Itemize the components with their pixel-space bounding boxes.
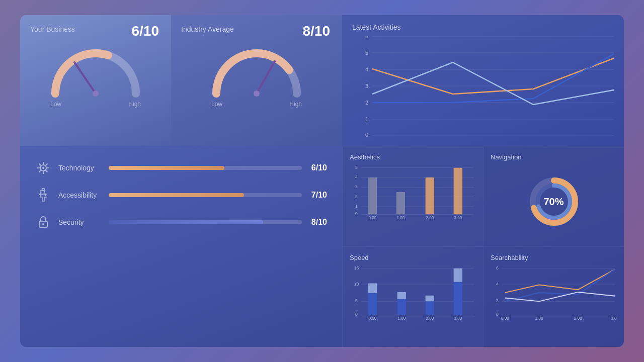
searchability-card: Searchability 6 4 2 0 0.00 1.00 2.00 3. xyxy=(483,246,624,347)
your-business-gauge: Low High xyxy=(30,38,161,108)
bottom-section: Aesthetics 5 4 3 2 1 0 xyxy=(342,146,624,347)
svg-text:3.00: 3.00 xyxy=(611,316,617,320)
svg-text:3: 3 xyxy=(355,184,358,189)
svg-rect-70 xyxy=(397,299,406,315)
svg-point-1 xyxy=(93,90,99,97)
svg-text:4: 4 xyxy=(365,66,368,72)
svg-point-3 xyxy=(254,90,260,97)
svg-rect-73 xyxy=(426,296,434,302)
svg-text:5: 5 xyxy=(365,50,368,56)
technology-label: Technology xyxy=(58,164,109,172)
dashboard: Your Business 6/10 Low High Industry Ave… xyxy=(20,15,624,347)
svg-text:2.00: 2.00 xyxy=(426,216,434,219)
accessibility-label: Accessibility xyxy=(58,191,109,199)
latest-activities-title: Latest Activities xyxy=(352,23,614,31)
svg-text:0.00: 0.00 xyxy=(501,316,509,320)
svg-rect-68 xyxy=(368,293,377,315)
security-bar-container xyxy=(109,220,302,224)
svg-text:1.00: 1.00 xyxy=(396,216,405,219)
svg-line-2 xyxy=(257,61,275,94)
svg-text:0.00: 0.00 xyxy=(368,316,376,320)
technology-score: 6/10 xyxy=(308,163,327,172)
svg-rect-51 xyxy=(454,168,462,215)
accessibility-icon xyxy=(35,187,51,203)
searchability-title: Searchability xyxy=(491,254,617,261)
svg-rect-74 xyxy=(454,282,462,315)
your-business-gauge-labels: Low High xyxy=(50,101,141,108)
svg-text:3: 3 xyxy=(365,83,368,89)
svg-rect-49 xyxy=(396,192,405,214)
activities-chart-svg: 6 5 4 3 2 1 0 2017-01-01 2017-01-11 2017… xyxy=(352,36,614,137)
svg-text:0: 0 xyxy=(496,312,499,317)
gauge-svg-industry xyxy=(206,38,307,99)
metric-row-technology: Technology 6/10 xyxy=(35,160,327,176)
svg-rect-48 xyxy=(368,177,377,214)
accessibility-bar xyxy=(109,193,244,197)
svg-text:4: 4 xyxy=(496,282,499,287)
svg-rect-71 xyxy=(397,292,406,299)
svg-point-35 xyxy=(42,223,44,225)
svg-text:15: 15 xyxy=(354,265,359,270)
gauge-high-label: High xyxy=(128,101,141,108)
metric-row-accessibility: Accessibility 7/10 xyxy=(35,187,327,203)
industry-avg-score: 8/10 xyxy=(303,23,331,39)
aesthetics-card: Aesthetics 5 4 3 2 1 0 xyxy=(342,146,483,246)
industry-avg-card: Industry Average 8/10 Low High xyxy=(171,15,342,146)
navigation-title: Navigation xyxy=(491,153,521,161)
svg-line-30 xyxy=(45,164,47,166)
svg-text:6: 6 xyxy=(365,36,368,39)
svg-text:4: 4 xyxy=(355,174,358,179)
svg-text:5: 5 xyxy=(355,165,358,170)
gauge-low-label: Low xyxy=(50,101,61,108)
svg-text:6: 6 xyxy=(496,265,499,270)
svg-point-23 xyxy=(42,167,44,169)
industry-avg-gauge-labels: Low High xyxy=(211,101,302,108)
technology-icon xyxy=(35,160,51,176)
svg-text:3.00: 3.00 xyxy=(454,216,462,219)
searchability-chart: 6 4 2 0 0.00 1.00 2.00 3.00 xyxy=(491,264,617,320)
svg-line-28 xyxy=(39,164,41,166)
svg-text:0.00: 0.00 xyxy=(368,216,376,219)
svg-point-32 xyxy=(42,189,45,191)
aesthetics-title: Aesthetics xyxy=(350,153,476,161)
svg-text:1.00: 1.00 xyxy=(397,316,406,320)
industry-avg-gauge: Low High xyxy=(181,38,332,108)
speed-title: Speed xyxy=(350,254,476,261)
speed-card: Speed 15 10 5 0 xyxy=(342,246,483,347)
svg-rect-69 xyxy=(368,284,377,293)
svg-text:0: 0 xyxy=(355,312,358,317)
navigation-percentage: 70% xyxy=(543,196,564,207)
svg-text:2.00: 2.00 xyxy=(426,316,434,320)
your-business-card: Your Business 6/10 Low High xyxy=(20,15,171,146)
svg-text:0: 0 xyxy=(365,132,368,137)
gauge-svg-business xyxy=(45,38,146,99)
accessibility-bar-container xyxy=(109,193,302,197)
navigation-card: Navigation 70% xyxy=(483,146,624,246)
aesthetics-chart: 5 4 3 2 1 0 xyxy=(350,164,476,219)
donut-label: 70% xyxy=(543,196,564,208)
svg-rect-50 xyxy=(426,177,434,214)
industry-gauge-high: High xyxy=(289,101,302,108)
metrics-card: Technology 6/10 Accessibility 7/10 xyxy=(20,146,342,347)
svg-text:2.00: 2.00 xyxy=(574,316,582,320)
svg-line-0 xyxy=(74,62,96,94)
svg-rect-75 xyxy=(454,268,462,282)
technology-bar-container xyxy=(109,166,302,170)
svg-text:2: 2 xyxy=(496,298,499,303)
svg-line-29 xyxy=(45,170,47,172)
speed-chart: 15 10 5 0 0.00 xyxy=(350,264,476,320)
security-score: 8/10 xyxy=(308,218,327,227)
svg-text:1.00: 1.00 xyxy=(535,316,543,320)
accessibility-score: 7/10 xyxy=(308,191,327,200)
svg-rect-72 xyxy=(426,301,434,315)
svg-text:5: 5 xyxy=(355,298,358,303)
svg-line-31 xyxy=(39,170,41,172)
your-business-score: 6/10 xyxy=(132,23,159,39)
svg-text:3.00: 3.00 xyxy=(454,316,462,320)
latest-activities-chart: 6 5 4 3 2 1 0 2017-01-01 2017-01-11 2017… xyxy=(352,36,614,142)
svg-text:2: 2 xyxy=(365,100,368,106)
donut-chart: 70% xyxy=(526,174,582,229)
security-bar xyxy=(109,220,263,224)
security-label: Security xyxy=(58,218,109,226)
svg-text:0: 0 xyxy=(355,211,358,216)
